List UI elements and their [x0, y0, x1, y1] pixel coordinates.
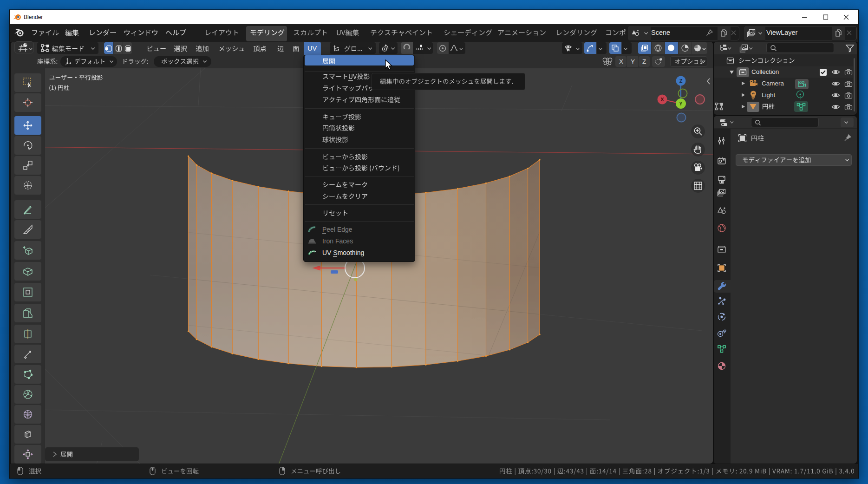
- svg-text:Z: Z: [679, 78, 683, 84]
- svg-text:Y: Y: [679, 101, 683, 106]
- svg-text:X: X: [660, 97, 664, 102]
